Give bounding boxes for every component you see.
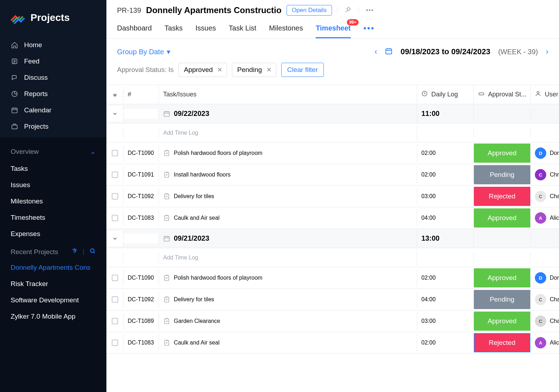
open-details-button[interactable]: Open Details [287,5,332,16]
add-time-log-row[interactable]: Add Time Log [106,248,559,267]
date-group-row[interactable]: 09/22/202311:00 [106,104,559,123]
calendar-icon[interactable] [385,47,393,56]
task-name: Install hardwood floors [174,172,231,178]
logo-icon [10,10,26,26]
search-icon[interactable] [89,248,96,256]
nav-item-reports[interactable]: Reports [0,86,106,102]
user-avatar[interactable]: C [535,294,546,305]
timesheet-row[interactable]: DC-T1090Polish hardwood floors of playro… [106,142,559,164]
nav-item-feed[interactable]: Feed [0,53,106,69]
tab-timesheet[interactable]: Timesheet99+ [316,21,351,38]
row-checkbox[interactable] [112,340,118,346]
overview-section-title[interactable]: Overview ⌄ [0,142,106,161]
tab-issues[interactable]: Issues [195,21,216,38]
user-avatar[interactable]: C [535,191,546,202]
task-icon [163,193,170,200]
overview-item-expenses[interactable]: Expenses [0,226,106,242]
filter-chip: Approved✕ [178,63,227,77]
approval-status[interactable]: Rejected [474,187,530,206]
svg-rect-5 [12,108,17,113]
overview-item-issues[interactable]: Issues [0,177,106,193]
col-task[interactable]: Task/Issues [159,86,417,103]
overview-item-timesheets[interactable]: Timesheets [0,209,106,226]
recent-project-item[interactable]: Zylker 7.0 Mobile App [0,308,106,325]
edit-icon[interactable] [344,6,352,15]
tab-milestones[interactable]: Milestones [269,21,303,38]
daily-log: 04:00 [417,210,474,226]
task-id: DC-T1091 [123,167,159,183]
group-by-dropdown[interactable]: Group By Date ▾ [117,47,170,56]
recent-project-item[interactable]: Risk Tracker [0,276,106,292]
timesheet-row[interactable]: DC-T1092Delivery for tiles03:00RejectedC… [106,186,559,207]
task-id: DC-T1089 [123,313,159,329]
approval-status[interactable]: Approved [474,312,530,331]
collapse-group-icon[interactable] [106,106,123,122]
recent-project-item[interactable]: Software Development [0,292,106,308]
expand-all-toggle[interactable] [106,87,123,102]
collapse-group-icon[interactable] [106,231,123,246]
tab-task-list[interactable]: Task List [229,21,256,38]
brand-label: Projects [31,12,70,23]
timesheet-row[interactable]: DC-T1083Caulk and Air seal02:00RejectedA… [106,332,559,354]
col-id[interactable]: # [123,86,159,103]
clear-filter-button[interactable]: Clear filter [281,63,324,77]
nav-item-home[interactable]: Home [0,37,106,53]
timesheet-row[interactable]: DC-T1091Install hardwood floors02:00Pend… [106,164,559,186]
approval-status[interactable]: Pending [474,165,530,184]
overview-item-milestones[interactable]: Milestones [0,193,106,209]
timesheet-row[interactable]: DC-T1083Caulk and Air seal04:00ApprovedA… [106,207,559,229]
more-icon[interactable]: ••• [366,7,374,13]
approval-status[interactable]: Approved [474,208,530,228]
add-time-log-row[interactable]: Add Time Log [106,123,559,142]
next-week-button[interactable]: › [546,47,548,56]
notification-badge: 99+ [347,19,358,26]
task-name: Delivery for tiles [174,296,214,303]
user-avatar[interactable]: D [535,272,546,284]
more-tabs-button[interactable]: ••• [364,21,375,38]
nav-primary: HomeFeedDiscussReportsCalendarProjects [0,34,106,138]
user-avatar[interactable]: A [535,212,546,224]
filter-chip: Pending✕ [232,63,276,77]
daily-log: 02:00 [417,145,474,161]
row-checkbox[interactable] [112,318,118,324]
prev-week-button[interactable]: ‹ [375,47,377,56]
row-checkbox[interactable] [112,193,118,200]
nav-item-projects[interactable]: Projects [0,118,106,135]
row-checkbox[interactable] [112,275,118,281]
date-group-row[interactable]: 09/21/202313:00 [106,229,559,248]
remove-chip-icon[interactable]: ✕ [266,66,272,74]
overview-item-tasks[interactable]: Tasks [0,161,106,177]
recent-project-item[interactable]: Donnelly Apartments Cons [0,259,106,276]
user-avatar[interactable]: C [535,169,546,180]
clock-icon [421,90,428,99]
tab-dashboard[interactable]: Dashboard [117,21,152,38]
approval-status[interactable]: Approved [474,144,530,163]
col-approval[interactable]: Approval St... [474,85,531,103]
tab-tasks[interactable]: Tasks [165,21,183,38]
timesheet-row[interactable]: DC-T1090Polish hardwood floors of playro… [106,267,559,289]
timesheet-row[interactable]: DC-T1092Delivery for tiles04:00PendingCC… [106,289,559,310]
row-checkbox[interactable] [112,215,118,221]
nav-item-calendar[interactable]: Calendar [0,102,106,118]
row-checkbox[interactable] [112,296,118,303]
task-name: Caulk and Air seal [174,340,220,346]
approval-status[interactable]: Approved [474,268,530,287]
row-checkbox[interactable] [112,150,118,156]
remove-chip-icon[interactable]: ✕ [217,66,222,74]
tabs: DashboardTasksIssuesTask ListMilestonesT… [117,18,548,38]
project-header: PR-139 Donnelly Apartments Constructio O… [106,0,559,39]
user-name: Dor [550,150,559,156]
user-avatar[interactable]: A [535,337,546,348]
col-daily-log[interactable]: Daily Log [417,85,474,103]
row-checkbox[interactable] [112,172,118,178]
timesheet-row[interactable]: DC-T1089Garden Clearance03:00ApprovedCCh… [106,310,559,332]
filter-icon[interactable] [71,248,78,256]
approval-status[interactable]: Pending [474,290,530,309]
nav-item-discuss[interactable]: Discuss [0,69,106,86]
user-avatar[interactable]: D [535,147,546,159]
brand[interactable]: Projects [0,0,106,34]
col-user[interactable]: User [531,85,559,103]
user-name: Cha [550,296,559,303]
approval-status[interactable]: Rejected [474,333,530,352]
user-avatar[interactable]: C [535,315,546,327]
